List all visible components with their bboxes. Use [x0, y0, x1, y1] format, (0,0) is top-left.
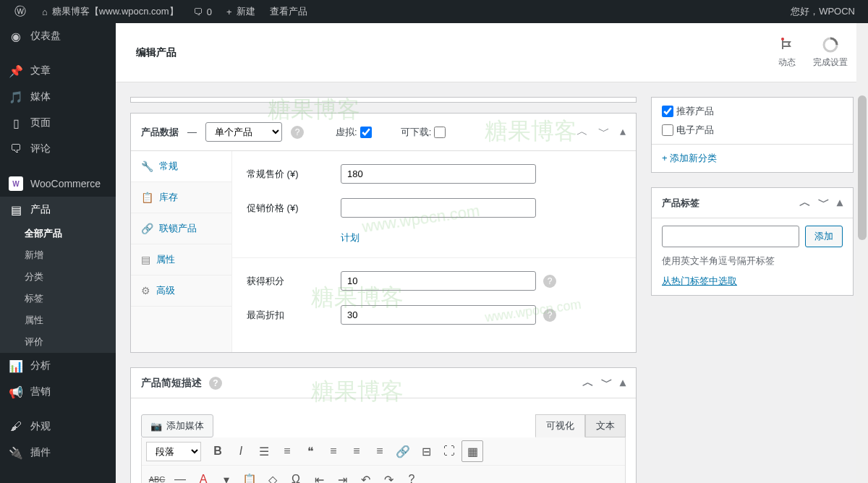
tab-text[interactable]: 文本: [585, 414, 626, 437]
quote-icon[interactable]: ❝: [299, 440, 321, 462]
help-icon[interactable]: ?: [209, 377, 222, 390]
plus-icon: +: [226, 7, 232, 17]
move-down-icon[interactable]: ﹀: [598, 124, 610, 140]
tab-stock[interactable]: 📋库存: [131, 182, 231, 213]
hr-icon[interactable]: —: [169, 469, 191, 483]
menu-pages[interactable]: ▯页面: [0, 110, 116, 136]
more-icon[interactable]: ⊟: [415, 440, 437, 462]
toggle-icon[interactable]: ▴: [620, 375, 626, 390]
tab-visual[interactable]: 可视化: [535, 414, 585, 437]
menu-appearance[interactable]: 🖌外观: [0, 414, 116, 440]
virtual-checkbox[interactable]: 虚拟:: [336, 126, 372, 139]
toggle-icon[interactable]: ▴: [837, 195, 843, 210]
format-select[interactable]: 段落: [146, 442, 201, 461]
submenu-all[interactable]: 全部产品: [0, 223, 116, 244]
page-header: 编辑产品 动态 完成设置: [116, 23, 868, 82]
product-data-tabs: 🔧常规 📋库存 🔗联锁产品 ▤属性 ⚙高级: [131, 151, 232, 352]
menu-media[interactable]: 🎵媒体: [0, 84, 116, 110]
outdent-icon[interactable]: ⇤: [308, 469, 330, 483]
align-center-icon[interactable]: ≡: [346, 440, 367, 462]
menu-label: 产品: [30, 203, 51, 216]
paste-icon[interactable]: 📋: [239, 469, 260, 483]
site-link[interactable]: ⌂糖果博客【www.wpocn.com】: [35, 0, 186, 23]
color-dropdown-icon[interactable]: ▾: [216, 469, 237, 483]
toggle-icon[interactable]: ▴: [620, 124, 626, 140]
submenu-review[interactable]: 评价: [0, 331, 116, 353]
scrollbar[interactable]: [856, 23, 868, 483]
move-up-icon[interactable]: ︿: [576, 124, 588, 140]
submenu-cat[interactable]: 分类: [0, 266, 116, 288]
undo-icon[interactable]: ↶: [354, 469, 376, 483]
menu-products[interactable]: ▤产品: [0, 197, 116, 223]
product-type-select[interactable]: 单个产品: [205, 122, 282, 142]
menu-posts[interactable]: 📌文章: [0, 58, 116, 84]
wordpress-icon: ⓦ: [13, 4, 27, 19]
help-icon[interactable]: ?: [543, 275, 556, 288]
text-color-icon[interactable]: A: [192, 469, 214, 483]
wrench-icon: 🔧: [141, 161, 153, 172]
menu-label: 外观: [30, 420, 51, 433]
greeting[interactable]: 您好，WPOCN: [783, 0, 862, 23]
add-media-button[interactable]: 📷添加媒体: [141, 414, 213, 437]
activity-button[interactable]: 动态: [778, 36, 796, 69]
submenu-attr[interactable]: 属性: [0, 309, 116, 331]
menu-dashboard[interactable]: ◉仪表盘: [0, 23, 116, 49]
popular-tags-link[interactable]: 从热门标签中选取: [662, 275, 737, 286]
help-icon[interactable]: ?: [401, 469, 422, 483]
move-down-icon[interactable]: ﹀: [818, 195, 830, 210]
move-up-icon[interactable]: ︿: [799, 195, 811, 210]
cat-electronic[interactable]: 电子产品: [662, 124, 843, 137]
tag-input[interactable]: [662, 226, 799, 247]
submenu-new[interactable]: 新增: [0, 244, 116, 266]
discount-input[interactable]: [341, 305, 536, 325]
cat-featured[interactable]: 推荐产品: [662, 105, 843, 118]
menu-marketing[interactable]: 📢营销: [0, 379, 116, 405]
downloadable-checkbox[interactable]: 可下载:: [401, 126, 446, 139]
tags-hint: 使用英文半角逗号隔开标签: [662, 255, 843, 268]
wp-logo[interactable]: ⓦ: [6, 0, 35, 23]
help-icon[interactable]: ?: [543, 309, 556, 322]
menu-comments[interactable]: 🗨评论: [0, 136, 116, 162]
toolbar-toggle-icon[interactable]: ▦: [461, 440, 483, 462]
regular-price-label: 常规售价 (¥): [247, 168, 341, 181]
tab-attributes[interactable]: ▤属性: [131, 244, 231, 275]
menu-plugins[interactable]: 🔌插件: [0, 440, 116, 466]
add-tag-button[interactable]: 添加: [805, 226, 843, 247]
view-product-link[interactable]: 查看产品: [263, 0, 315, 23]
regular-price-input[interactable]: [341, 164, 536, 184]
scrollbar-thumb[interactable]: [858, 95, 867, 240]
number-list-icon[interactable]: ≡: [276, 440, 298, 462]
menu-analytics[interactable]: 📊分析: [0, 353, 116, 379]
submenu-tag[interactable]: 标签: [0, 288, 116, 309]
special-char-icon[interactable]: Ω: [285, 469, 307, 483]
tab-general[interactable]: 🔧常规: [131, 151, 231, 182]
schedule-link[interactable]: 计划: [341, 231, 359, 244]
move-down-icon[interactable]: ﹀: [601, 375, 613, 390]
fullscreen-icon[interactable]: ⛶: [438, 440, 460, 462]
comments-link[interactable]: 🗨0: [186, 0, 219, 23]
align-left-icon[interactable]: ≡: [323, 440, 344, 462]
setup-button[interactable]: 完成设置: [813, 36, 848, 69]
megaphone-icon: 📢: [9, 385, 23, 399]
redo-icon[interactable]: ↷: [378, 469, 399, 483]
move-up-icon[interactable]: ︿: [582, 375, 594, 390]
tab-advanced[interactable]: ⚙高级: [131, 275, 231, 307]
comment-count: 0: [207, 7, 212, 17]
short-desc-header: 产品简短描述 ? ︿ ﹀ ▴: [131, 368, 636, 398]
help-icon[interactable]: ?: [291, 126, 304, 139]
strikethrough-icon[interactable]: ABC: [146, 469, 168, 483]
link-icon[interactable]: 🔗: [392, 440, 414, 462]
add-category-link[interactable]: + 添加新分类: [662, 153, 717, 163]
align-right-icon[interactable]: ≡: [369, 440, 391, 462]
indent-icon[interactable]: ⇥: [331, 469, 353, 483]
bold-icon[interactable]: B: [207, 440, 229, 462]
menu-label: 分析: [30, 359, 51, 372]
italic-icon[interactable]: I: [230, 440, 252, 462]
sale-price-input[interactable]: [341, 198, 536, 218]
tab-linked[interactable]: 🔗联锁产品: [131, 213, 231, 244]
points-input[interactable]: [341, 271, 536, 291]
menu-woo[interactable]: WWooCommerce: [0, 171, 116, 197]
bullet-list-icon[interactable]: ☰: [253, 440, 275, 462]
clear-format-icon[interactable]: ◇: [262, 469, 284, 483]
new-link[interactable]: +新建: [219, 0, 263, 23]
